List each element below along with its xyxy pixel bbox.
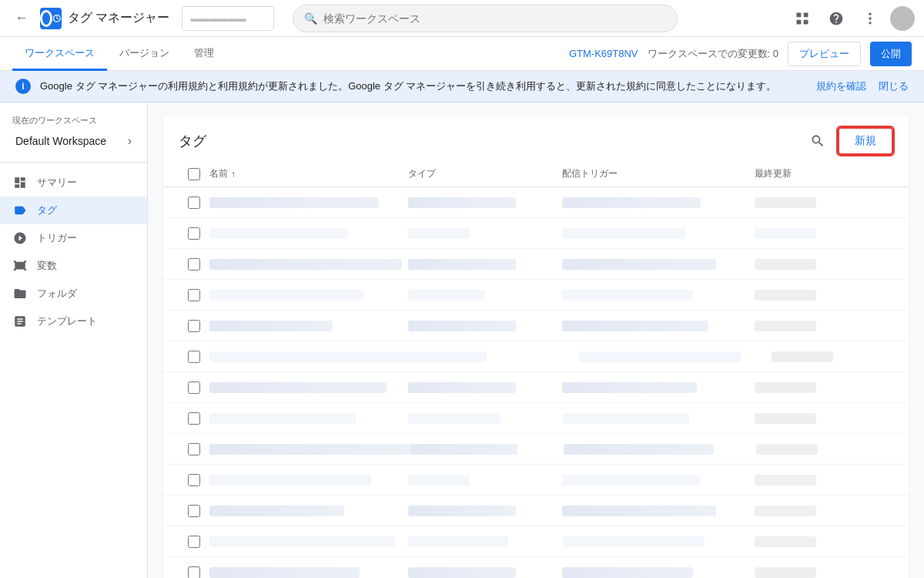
column-trigger: 配信トリガー xyxy=(562,167,755,180)
template-icon xyxy=(12,314,28,329)
banner-links: 規約を確認 閉じる xyxy=(816,79,909,93)
sidebar-item-label-tags: タグ xyxy=(37,203,57,217)
app-title: タグ マネージャー xyxy=(68,10,169,26)
grid-icon-button[interactable] xyxy=(788,5,816,32)
main-content: タグ 新規 名前 xyxy=(148,102,924,578)
sidebar-item-label-triggers: トリガー xyxy=(37,231,77,245)
more-icon-button[interactable] xyxy=(856,5,884,32)
tab-version[interactable]: バージョン xyxy=(107,37,182,71)
folder-icon xyxy=(12,286,28,301)
table-search-icon xyxy=(810,133,825,149)
sidebar-item-templates[interactable]: テンプレート xyxy=(0,307,147,335)
back-icon: ← xyxy=(15,10,28,26)
card-title: タグ xyxy=(179,132,206,150)
tags-table: 名前 ↑ タイプ 配信トリガー 最終更新 xyxy=(163,161,909,578)
svg-rect-4 xyxy=(804,19,808,24)
table-row xyxy=(163,249,909,280)
sidebar: 現在のワークスペース Default Workspace › サマリー xyxy=(0,102,148,578)
help-icon-button[interactable] xyxy=(822,5,850,32)
tab-admin[interactable]: 管理 xyxy=(182,37,226,71)
gtm-logo-icon xyxy=(40,8,62,29)
trigger-icon xyxy=(12,230,28,246)
new-tag-button[interactable]: 新規 xyxy=(838,127,893,155)
top-right-icons xyxy=(788,5,915,32)
table-row xyxy=(163,311,909,341)
search-bar: 🔍 xyxy=(293,5,678,32)
summary-icon xyxy=(12,175,28,190)
sidebar-item-variables[interactable]: 変数 xyxy=(0,252,147,280)
nav-right-actions: GTM-K69T8NV ワークスペースでの変更数: 0 プレビュー 公開 xyxy=(569,42,912,66)
table-row xyxy=(163,341,909,372)
card-header-actions: 新規 xyxy=(804,127,893,155)
publish-button[interactable]: 公開 xyxy=(870,42,912,66)
tag-icon xyxy=(12,203,28,218)
row-checkbox-1[interactable] xyxy=(179,197,209,209)
sidebar-item-label-variables: 変数 xyxy=(37,259,57,273)
nav-tabs: ワークスペース バージョン 管理 GTM-K69T8NV ワークスペースでの変更… xyxy=(0,37,924,71)
preview-button[interactable]: プレビュー xyxy=(788,42,861,66)
workspace-section-label: 現在のワークスペース xyxy=(9,115,138,126)
svg-point-6 xyxy=(869,17,871,19)
banner-text: Google タグ マネージャーの利用規約と利用規約が更新されました。Googl… xyxy=(40,79,807,93)
svg-point-7 xyxy=(869,22,871,24)
policy-banner: i Google タグ マネージャーの利用規約と利用規約が更新されました。Goo… xyxy=(0,71,924,102)
main-layout: 現在のワークスペース Default Workspace › サマリー xyxy=(0,102,924,578)
svg-point-5 xyxy=(869,12,871,15)
card-header: タグ 新規 xyxy=(163,115,909,161)
sidebar-nav: サマリー タグ トリガー xyxy=(0,163,147,341)
sidebar-item-label-templates: テンプレート xyxy=(37,314,97,328)
info-icon: i xyxy=(15,79,31,94)
workspace-name: Default Workspace xyxy=(15,135,106,147)
table-row xyxy=(163,187,909,218)
chevron-right-icon: › xyxy=(128,134,132,148)
search-icon: 🔍 xyxy=(304,12,317,25)
svg-rect-1 xyxy=(797,12,802,17)
gtm-svg-logo xyxy=(52,12,62,25)
select-all-checkbox-wrapper[interactable] xyxy=(179,168,209,180)
top-bar: ← タグ マネージャー ▬▬▬▬▬▬ 🔍 xyxy=(0,0,924,37)
sidebar-item-label-folders: フォルダ xyxy=(37,287,77,301)
workspace-changes: ワークスペースでの変更数: 0 xyxy=(648,47,778,61)
table-header: 名前 ↑ タイプ 配信トリガー 最終更新 xyxy=(163,161,909,187)
avatar[interactable] xyxy=(890,6,915,31)
help-icon xyxy=(829,11,844,26)
tags-card: タグ 新規 名前 xyxy=(163,115,909,578)
close-link[interactable]: 閉じる xyxy=(879,79,909,93)
select-all-checkbox[interactable] xyxy=(188,168,200,180)
more-vertical-icon xyxy=(862,11,878,26)
sidebar-item-triggers[interactable]: トリガー xyxy=(0,224,147,252)
column-lastmod: 最終更新 xyxy=(755,167,893,180)
table-search-button[interactable] xyxy=(804,127,832,155)
review-link[interactable]: 規約を確認 xyxy=(816,79,866,93)
back-button[interactable]: ← xyxy=(9,6,34,31)
sidebar-item-summary[interactable]: サマリー xyxy=(0,169,147,197)
sidebar-item-folders[interactable]: フォルダ xyxy=(0,280,147,307)
sidebar-item-label-summary: サマリー xyxy=(37,176,77,190)
table-row xyxy=(163,526,909,557)
account-selector[interactable]: ▬▬▬▬▬▬ xyxy=(182,6,274,31)
workspace-selector[interactable]: Default Workspace › xyxy=(9,129,138,153)
table-row xyxy=(163,434,909,465)
sort-asc-icon: ↑ xyxy=(231,169,236,180)
table-row xyxy=(163,496,909,526)
workspace-section: 現在のワークスペース Default Workspace › xyxy=(0,115,147,163)
tab-workspace[interactable]: ワークスペース xyxy=(12,37,107,71)
grid-icon xyxy=(795,11,810,26)
column-type: タイプ xyxy=(408,167,562,180)
sidebar-item-tags[interactable]: タグ xyxy=(0,197,147,224)
svg-rect-2 xyxy=(804,12,808,17)
table-row xyxy=(163,465,909,496)
search-input[interactable] xyxy=(323,12,666,25)
table-row xyxy=(163,557,909,578)
table-row xyxy=(163,372,909,403)
table-row xyxy=(163,218,909,249)
gtm-id: GTM-K69T8NV xyxy=(569,48,638,59)
variable-icon xyxy=(12,258,28,274)
app-logo: タグ マネージャー xyxy=(40,8,169,29)
column-name: 名前 ↑ xyxy=(209,167,408,180)
table-row xyxy=(163,280,909,311)
svg-rect-3 xyxy=(797,19,802,24)
table-row xyxy=(163,403,909,434)
